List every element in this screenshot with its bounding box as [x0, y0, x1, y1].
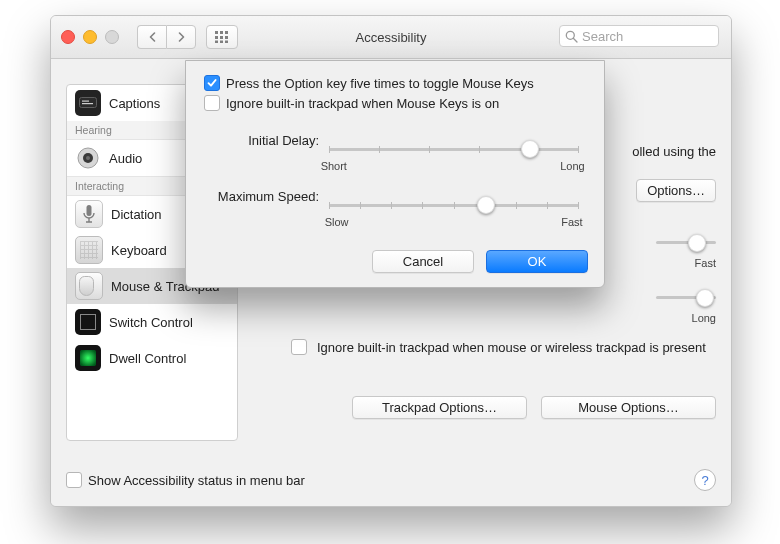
svg-rect-12	[82, 101, 89, 102]
svg-rect-13	[82, 103, 93, 104]
show-status-checkbox[interactable]	[66, 472, 82, 488]
ignore-trackpad-checkbox[interactable]	[291, 339, 307, 355]
sidebar-item-label: Keyboard	[111, 243, 167, 258]
svg-rect-11	[80, 98, 97, 108]
search-placeholder: Search	[582, 29, 623, 44]
initial-delay-short-label: Short	[321, 160, 347, 172]
bg-slider-fast-label: Fast	[695, 257, 716, 269]
bg-slider-long-label: Long	[692, 312, 716, 324]
toggle-mouse-keys-label: Press the Option key five times to toggl…	[226, 76, 534, 91]
mouse-keys-options-sheet: Press the Option key five times to toggl…	[185, 60, 605, 288]
show-status-row[interactable]: Show Accessibility status in menu bar	[66, 472, 305, 488]
mouse-options-button[interactable]: Mouse Options…	[541, 396, 716, 419]
footer: Show Accessibility status in menu bar ?	[66, 469, 716, 491]
keyboard-icon	[75, 236, 103, 264]
initial-delay-long-label: Long	[560, 160, 584, 172]
cancel-button[interactable]: Cancel	[372, 250, 474, 273]
partial-text: olled using the	[632, 144, 716, 159]
options-button[interactable]: Options…	[636, 179, 716, 202]
titlebar: Accessibility Search	[51, 16, 731, 59]
toggle-mouse-keys-row[interactable]: Press the Option key five times to toggl…	[204, 75, 586, 91]
help-button[interactable]: ?	[694, 469, 716, 491]
bg-slider-2[interactable]	[656, 287, 716, 311]
captions-icon	[75, 90, 101, 116]
ignore-trackpad-row[interactable]: Ignore built-in trackpad when mouse or w…	[291, 339, 716, 357]
mouse-trackpad-icon	[75, 272, 103, 300]
ignore-trackpad-mousekeys-label: Ignore built-in trackpad when Mouse Keys…	[226, 96, 499, 111]
bg-slider-1[interactable]	[656, 232, 716, 256]
show-status-label: Show Accessibility status in menu bar	[88, 473, 305, 488]
sidebar-item-label: Dwell Control	[109, 351, 186, 366]
toggle-mouse-keys-checkbox[interactable]	[204, 75, 220, 91]
svg-line-10	[573, 38, 577, 42]
sidebar-item-label: Captions	[109, 96, 160, 111]
search-field[interactable]: Search	[559, 25, 719, 47]
trackpad-options-button[interactable]: Trackpad Options…	[352, 396, 527, 419]
maximum-speed-fast-label: Fast	[561, 216, 582, 228]
svg-rect-17	[87, 205, 92, 216]
dictation-icon	[75, 200, 103, 228]
maximum-speed-label: Maximum Speed:	[204, 189, 319, 204]
audio-icon	[75, 145, 101, 171]
ok-button[interactable]: OK	[486, 250, 588, 273]
initial-delay-label: Initial Delay:	[204, 133, 319, 148]
ignore-trackpad-mousekeys-checkbox[interactable]	[204, 95, 220, 111]
search-icon	[565, 30, 578, 43]
ignore-trackpad-label: Ignore built-in trackpad when mouse or w…	[317, 339, 706, 357]
svg-point-16	[86, 156, 90, 160]
sidebar-item-label: Dictation	[111, 207, 162, 222]
dwell-control-icon	[75, 345, 101, 371]
switch-control-icon	[75, 309, 101, 335]
sidebar-item-dwell-control[interactable]: Dwell Control	[67, 340, 237, 376]
maximum-speed-slow-label: Slow	[325, 216, 349, 228]
sidebar-item-switch-control[interactable]: Switch Control	[67, 304, 237, 340]
sidebar-item-label: Audio	[109, 151, 142, 166]
ignore-trackpad-mousekeys-row[interactable]: Ignore built-in trackpad when Mouse Keys…	[204, 95, 586, 111]
sidebar-item-label: Switch Control	[109, 315, 193, 330]
